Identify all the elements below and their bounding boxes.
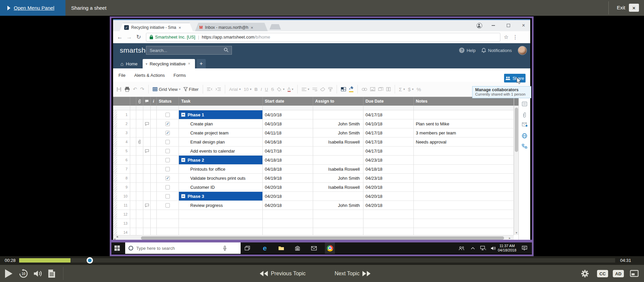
window-maximize-button[interactable]	[505, 22, 512, 29]
taskbar-search[interactable]	[125, 242, 241, 254]
row-drag-handle[interactable]	[113, 174, 117, 182]
attachments-panel-icon[interactable]	[519, 112, 530, 118]
status-checkbox[interactable]	[165, 185, 170, 189]
status-checkbox[interactable]	[165, 167, 170, 171]
new-tab-button[interactable]	[269, 24, 281, 30]
assign-to-cell[interactable]	[313, 210, 363, 219]
assign-to-cell[interactable]	[313, 156, 363, 165]
edge-icon[interactable]: e	[260, 242, 270, 254]
row-drag-handle[interactable]	[113, 119, 117, 128]
status-checkbox[interactable]	[165, 140, 170, 144]
assign-to-cell[interactable]: John Smith	[313, 174, 363, 183]
save-icon[interactable]	[116, 87, 121, 92]
transcript-button[interactable]	[45, 265, 58, 282]
browser-menu-icon[interactable]: ⋮	[512, 34, 518, 40]
font-size-select[interactable]: 10▾	[244, 87, 251, 92]
task-view-icon[interactable]	[242, 242, 252, 254]
scroll-right-icon[interactable]: ►	[508, 237, 511, 240]
tab-close-icon[interactable]: ×	[179, 25, 181, 30]
start-date-cell[interactable]: 04/18/18	[263, 156, 313, 165]
notes-cell[interactable]	[414, 165, 514, 174]
settings-button[interactable]	[579, 265, 591, 282]
assign-to-cell[interactable]: Isabella Roswell	[313, 165, 363, 174]
collapse-icon[interactable]	[181, 113, 185, 117]
start-date-cell[interactable]: 04/10/18	[263, 110, 313, 119]
notes-cell[interactable]	[414, 183, 514, 192]
row-drag-handle[interactable]	[113, 228, 117, 235]
menu-forms[interactable]: Forms	[174, 73, 186, 78]
merge-cells-button[interactable]	[341, 87, 346, 91]
due-date-cell[interactable]: 04/20/18	[363, 192, 414, 201]
window-close-button[interactable]: ×	[520, 22, 527, 29]
notes-cell[interactable]	[414, 174, 514, 183]
search-icon[interactable]	[224, 48, 229, 52]
collapse-icon[interactable]	[181, 194, 185, 198]
security-chip[interactable]: Smartsheet Inc. [US]	[150, 35, 195, 40]
due-date-cell[interactable]: 04/17/18	[363, 147, 414, 156]
highlight-button[interactable]	[349, 86, 353, 92]
chevron-down-icon[interactable]: ▾	[146, 62, 147, 66]
undo-icon[interactable]: ↶	[133, 86, 137, 92]
table-row[interactable]: 12	[113, 210, 530, 219]
publish-globe-icon[interactable]	[519, 133, 530, 138]
start-date-cell[interactable]: 04/20/18	[263, 201, 313, 210]
vscroll-thumb[interactable]	[515, 108, 518, 152]
update-requests-icon[interactable]	[519, 122, 530, 127]
assign-to-cell[interactable]	[313, 192, 363, 201]
print-icon[interactable]	[125, 87, 130, 92]
row-drag-handle[interactable]	[113, 210, 117, 219]
table-row[interactable]: 5	[113, 147, 530, 156]
notes-cell[interactable]	[414, 110, 514, 119]
task-cell[interactable]: Phase 2	[179, 156, 263, 165]
attachment-column-icon[interactable]	[136, 97, 143, 106]
task-cell[interactable]: Customer ID	[179, 183, 263, 192]
exit-close-button[interactable]: ×	[629, 4, 639, 12]
video-stage[interactable]: ✓ Recycling initiative - Sma × M Inbox -…	[0, 16, 644, 256]
table-row[interactable]: 7	[113, 165, 530, 174]
sheet-tab-close-icon[interactable]: ×	[188, 61, 190, 66]
task-cell[interactable]: Phase 1	[179, 110, 263, 119]
row-drag-handle[interactable]	[113, 201, 117, 210]
table-row[interactable]: 2 ✓	[113, 119, 530, 128]
start-date-cell[interactable]: 04/17/18	[263, 147, 313, 156]
comment-column-icon[interactable]	[143, 97, 151, 106]
start-button[interactable]	[112, 242, 122, 254]
task-cell[interactable]: Printouts for office	[179, 165, 263, 174]
eraser-icon[interactable]	[320, 87, 325, 91]
underline-button[interactable]: U	[265, 87, 268, 92]
outdent-icon[interactable]	[207, 87, 212, 91]
reload-icon[interactable]: ↻	[134, 34, 143, 41]
assign-to-cell[interactable]: John Smith	[313, 201, 363, 210]
tab-recycling-initiative[interactable]: ▾ Recycling initiative ×	[143, 59, 195, 68]
align-button[interactable]: ▾	[302, 88, 309, 91]
progress-handle[interactable]	[87, 257, 93, 264]
taskbar-clock[interactable]: 11:37 AM 04/18/2018	[496, 244, 518, 252]
taskbar-search-input[interactable]	[136, 246, 220, 251]
due-date-cell[interactable]: 04/20/18	[363, 183, 414, 192]
hscroll-thumb[interactable]	[141, 236, 504, 240]
new-sheet-tab-button[interactable]: +	[197, 59, 206, 68]
info-column-icon[interactable]: i	[151, 97, 157, 106]
start-date-cell[interactable]: 04/20/18	[263, 183, 313, 192]
notes-cell[interactable]	[414, 219, 514, 228]
browser-tab-recycling[interactable]: ✓ Recycling initiative - Sma ×	[119, 23, 193, 32]
strikethrough-button[interactable]: S	[271, 87, 274, 92]
due-date-cell[interactable]: 04/17/18	[363, 137, 414, 147]
due-date-cell[interactable]: 04/17/18	[363, 128, 414, 137]
status-checkbox[interactable]	[165, 194, 170, 199]
notes-cell[interactable]	[414, 147, 514, 156]
assign-to-cell[interactable]: Isabella Roswell	[313, 137, 363, 147]
table-row[interactable]: 8 ✓	[113, 174, 530, 183]
table-row[interactable]: 1	[113, 110, 530, 119]
task-cell[interactable]: Review progress	[179, 201, 263, 210]
view-selector[interactable]: Grid View▾	[153, 87, 181, 92]
table-row[interactable]: 10	[113, 192, 530, 201]
due-date-cell[interactable]	[363, 219, 414, 228]
start-date-cell[interactable]: 04/10/18	[263, 119, 313, 128]
assign-to-cell[interactable]	[313, 219, 363, 228]
row-drag-handle[interactable]	[113, 147, 117, 155]
redo-icon[interactable]: ↷	[140, 86, 145, 92]
next-topic-button[interactable]: Next Topic	[335, 265, 371, 282]
table-row[interactable]: 3 ✓	[113, 128, 530, 137]
tab-close-icon[interactable]: ×	[251, 25, 253, 30]
